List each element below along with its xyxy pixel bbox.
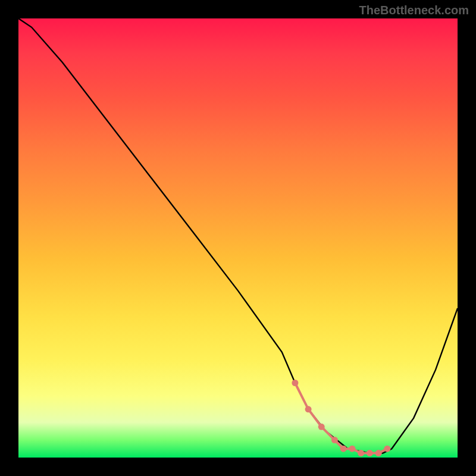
highlight-dot	[340, 446, 347, 452]
watermark-text: TheBottleneck.com	[359, 4, 469, 17]
marker-layer	[292, 380, 390, 456]
highlight-dot	[358, 450, 364, 456]
highlight-dot	[331, 437, 338, 443]
highlight-dot	[375, 450, 382, 456]
highlight-dot	[367, 450, 373, 456]
highlight-dot	[305, 406, 312, 412]
bottleneck-curve	[18, 18, 458, 453]
curve-layer	[18, 18, 458, 453]
highlight-dot	[292, 380, 298, 386]
highlight-dot	[318, 424, 325, 430]
highlight-dot	[349, 446, 355, 452]
chart-svg	[18, 18, 458, 458]
plot-area	[18, 18, 458, 458]
highlight-dot	[384, 446, 390, 452]
